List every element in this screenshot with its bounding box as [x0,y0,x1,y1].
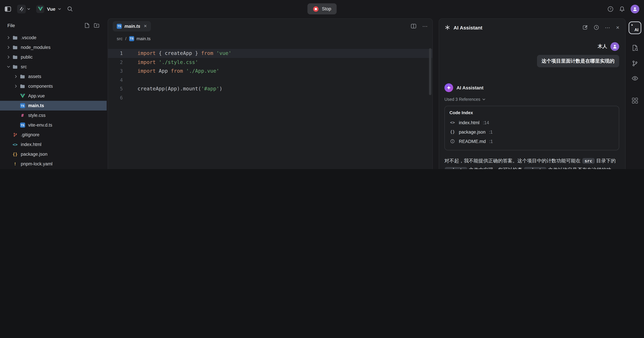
file-tree-item-src[interactable]: src [0,62,107,72]
new-folder-button[interactable] [94,23,99,28]
file-tree-item-.gitignore[interactable]: .gitignore [0,130,107,140]
line-number: 5 [108,84,132,93]
file-tree-item-main.ts[interactable]: TSmain.ts [0,101,107,111]
reference-item-index.html[interactable]: <>index.html:14 [450,118,614,127]
code-index-title: Code Index [450,110,614,115]
stop-icon [313,6,319,12]
file-tree-item-style.css[interactable]: #style.css [0,111,107,120]
file-tree-item-node_modules[interactable]: node_modules [0,42,107,52]
avatar-icon [630,4,639,13]
file-tree-item-assets[interactable]: assets [0,72,107,81]
folder-file-icon [12,35,19,40]
html-file-icon: <> [450,120,456,125]
file-tree-item-index.html[interactable]: <>index.html [0,140,107,149]
search-button[interactable] [67,6,73,12]
file-name: .gitignore [21,132,40,137]
user-avatar[interactable] [630,4,639,13]
reference-item-README.md[interactable]: README.md:1 [450,137,614,146]
json-file-icon: {} [12,152,19,157]
notifications-button[interactable] [619,6,625,12]
line-number: 1 [108,49,132,58]
breadcrumb-folder[interactable]: src [117,36,122,41]
chat-transcript: 木人 这个项目里面计数是在哪里实现的 AI Assistant Used 3 R… [439,36,625,169]
file-name: main.ts [28,103,44,108]
compose-icon [582,25,588,30]
tool-windows-button[interactable] [632,97,638,104]
file-name: vite-env.d.ts [28,123,52,128]
close-icon: ✕ [616,25,620,30]
json-file-icon: {} [450,130,456,134]
code-line-2[interactable]: 2import './style.css' [108,58,432,67]
editor-scrollbar[interactable] [429,48,431,95]
file-tree-item-package.json[interactable]: {}package.json [0,149,107,159]
git-file-icon [12,133,19,137]
css-file-icon: # [19,113,26,118]
user-message: 这个项目里面计数是在哪里实现的 [537,55,619,67]
chevron-right-icon[interactable] [13,84,19,88]
line-number: 6 [108,93,132,102]
close-tab-icon[interactable]: ✕ [144,24,147,28]
code-line-6[interactable]: 6 [108,93,432,102]
file-name: node_modules [21,45,50,50]
chevron-right-icon[interactable] [13,75,19,78]
references-toggle[interactable]: Used 3 References [444,97,619,102]
chevron-right-icon[interactable] [5,55,12,59]
typescript-file-icon: TS [129,36,134,41]
close-ai-panel-button[interactable]: ✕ [616,25,620,30]
chevron-right-icon[interactable] [5,36,12,39]
file-tree-item-vite-env.d.ts[interactable]: TSvite-env.d.ts [0,120,107,130]
file-name: App.vue [28,93,45,98]
chevron-right-icon[interactable] [5,45,12,49]
ai-more-button[interactable]: ⋯ [605,24,610,31]
new-file-button[interactable] [84,23,90,28]
ai-assistant-tool-button[interactable]: ✦ AI [628,21,641,34]
help-button[interactable]: ? [608,6,614,12]
file-name: components [28,84,53,89]
file-tree-item-pnpm-lock.yaml[interactable]: !pnpm-lock.yaml [0,159,107,169]
chevron-down-icon[interactable] [5,65,12,69]
code-line-4[interactable]: 4 [108,75,432,84]
ide-logo-icon [17,4,26,13]
new-folder-icon [94,23,99,28]
toggle-left-panel-button[interactable] [5,6,11,11]
ts-file-icon: TS [19,103,26,108]
right-tool-rail: ✦ AI [626,18,644,169]
chat-history-button[interactable] [594,25,599,30]
file-tree-item-public[interactable]: public [0,52,107,62]
file-tree-item-components[interactable]: components [0,81,107,91]
reference-item-package.json[interactable]: {}package.json:1 [450,127,614,137]
warn-file-icon: ! [12,161,19,167]
grid-icon [632,97,638,104]
stop-button[interactable]: Stop [308,3,336,14]
eye-icon [632,76,638,81]
editor-tab-main-ts[interactable]: TS main.ts ✕ [113,21,151,31]
file-search-tool-button[interactable] [632,44,638,51]
user-name: 木人 [598,43,607,50]
html-file-icon: <> [12,142,19,147]
folder-file-icon [12,65,19,69]
line-number: 3 [108,67,132,75]
info-file-icon [450,139,456,144]
more-icon: ⋯ [422,23,428,29]
workspace-name: Vue [47,6,55,11]
editor-panel: TS main.ts ✕ ⋯ src / TS main.ts 1import … [108,18,433,169]
split-editor-button[interactable] [411,24,416,28]
preview-tool-button[interactable] [632,76,638,81]
file-tree-item-App.vue[interactable]: App.vue [0,91,107,101]
split-view-icon [411,24,416,28]
code-line-5[interactable]: 5createApp(App).mount('#app') [108,84,432,93]
app-menu-button[interactable] [17,4,30,13]
git-tool-button[interactable] [632,60,638,67]
code-line-3[interactable]: 3import App from './App.vue' [108,67,432,75]
editor-more-button[interactable]: ⋯ [422,23,428,29]
workspace-switcher[interactable]: Vue [36,5,61,13]
code-editor[interactable]: 1import { createApp } from 'vue'2import … [108,43,432,102]
reference-line-number: :1 [489,129,493,135]
file-tree-item-README.md[interactable]: README.md [0,169,107,169]
new-chat-button[interactable] [582,25,588,30]
reference-line-number: :1 [489,139,493,144]
code-line-1[interactable]: 1import { createApp } from 'vue' [108,49,432,58]
history-clock-icon [594,25,599,30]
file-tree-item-.vscode[interactable]: .vscode [0,33,107,42]
file-name: public [21,55,33,60]
